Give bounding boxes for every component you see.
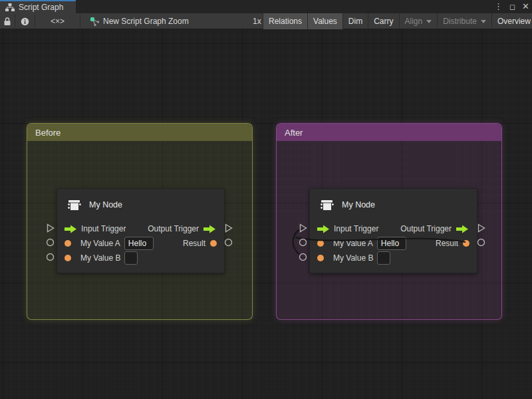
chevron-down-icon	[426, 20, 432, 23]
info-button[interactable]	[15, 13, 35, 29]
flow-input-port-icon[interactable]	[65, 225, 76, 233]
flow-input-port-icon[interactable]	[317, 225, 329, 233]
value-port-outline-icon[interactable]	[299, 238, 307, 247]
value-output-port-icon[interactable]	[210, 240, 217, 247]
toolbar-right-group: Relations Values Dim Carry Align Distrib…	[263, 13, 532, 29]
view-source-button[interactable]: <×>	[35, 13, 80, 29]
unit-node-icon	[319, 196, 336, 213]
values-button[interactable]: Values	[307, 13, 342, 29]
graph-icon	[87, 13, 102, 29]
port-label: Input Trigger	[334, 224, 378, 233]
flow-port-outline-icon[interactable]	[47, 223, 55, 233]
carry-button[interactable]: Carry	[368, 13, 398, 29]
value-port-outline-icon[interactable]	[224, 238, 233, 247]
flow-port-outline-icon[interactable]	[299, 223, 307, 233]
node-title: My Node	[342, 200, 375, 209]
chevron-down-icon	[481, 20, 486, 23]
value-input-port-icon[interactable]	[65, 255, 71, 261]
node-my-node-after[interactable]: My Node Input Trigger Output Trigger	[309, 188, 477, 273]
node-my-node-before[interactable]: My Node Input Trigger Output Trigger	[57, 188, 225, 273]
align-dropdown[interactable]: Align	[399, 13, 438, 29]
window-menu-icon[interactable]: ⋮	[494, 0, 503, 13]
tab-script-graph[interactable]: Script Graph	[0, 0, 76, 13]
value-port-outline-icon[interactable]	[299, 253, 307, 261]
group-title: After	[285, 128, 303, 138]
close-icon[interactable]: ✕	[522, 0, 529, 13]
group-before-header[interactable]: Before	[27, 124, 252, 141]
script-graph-window: Script Graph ⋮ ◻ ✕ <×>	[0, 0, 532, 399]
code-icon: <×>	[51, 17, 65, 26]
relations-button[interactable]: Relations	[263, 13, 307, 29]
flow-port-outline-icon[interactable]	[225, 223, 233, 233]
flow-output-port-icon[interactable]	[203, 225, 215, 233]
value-b-input[interactable]	[377, 251, 390, 265]
port-label: My Value B	[333, 253, 373, 263]
value-input-port-icon[interactable]	[317, 255, 324, 261]
flow-port-outline-icon[interactable]	[477, 223, 485, 233]
info-icon	[21, 17, 29, 26]
distribute-dropdown[interactable]: Distribute	[437, 13, 491, 29]
maximize-icon[interactable]: ◻	[509, 0, 515, 13]
graph-name-label: New Script Graph	[103, 13, 166, 29]
graph-canvas[interactable]: Before After	[0, 29, 532, 399]
overview-button[interactable]: Overview	[491, 13, 532, 29]
value-port-outline-icon[interactable]	[477, 238, 485, 247]
lock-icon	[3, 17, 11, 26]
port-label: Input Trigger	[81, 224, 126, 233]
lock-button[interactable]	[0, 13, 15, 29]
flow-output-port-icon[interactable]	[456, 225, 468, 233]
dim-button[interactable]: Dim	[342, 13, 368, 29]
graph-toolbar: <×> New Script Graph Zoom 1x Relations V…	[0, 13, 532, 29]
tab-title: Script Graph	[19, 3, 63, 12]
port-label: My Value A	[333, 239, 373, 248]
group-after-header[interactable]: After	[277, 124, 501, 141]
zoom-value: 1x	[253, 13, 261, 29]
value-port-outline-icon[interactable]	[46, 253, 55, 261]
tab-bar: Script Graph ⋮ ◻ ✕	[0, 0, 532, 13]
port-label: Output Trigger	[400, 224, 452, 233]
value-output-port-icon[interactable]	[463, 240, 469, 247]
port-label: Result	[436, 239, 458, 248]
port-label: My Value B	[80, 253, 120, 263]
value-b-input[interactable]	[124, 251, 138, 265]
value-input-port-icon[interactable]	[317, 240, 324, 247]
value-input-port-icon[interactable]	[65, 240, 71, 247]
zoom-label: Zoom	[168, 13, 189, 29]
value-a-input[interactable]	[124, 237, 154, 250]
value-port-outline-icon[interactable]	[46, 238, 55, 247]
value-a-input[interactable]	[377, 237, 406, 250]
port-label: Result	[183, 239, 205, 248]
group-title: Before	[35, 128, 61, 138]
hierarchy-icon	[5, 3, 15, 11]
port-label: My Value A	[80, 239, 120, 248]
node-title: My Node	[89, 200, 122, 209]
unit-node-icon	[66, 196, 83, 213]
port-label: Output Trigger	[148, 224, 199, 233]
